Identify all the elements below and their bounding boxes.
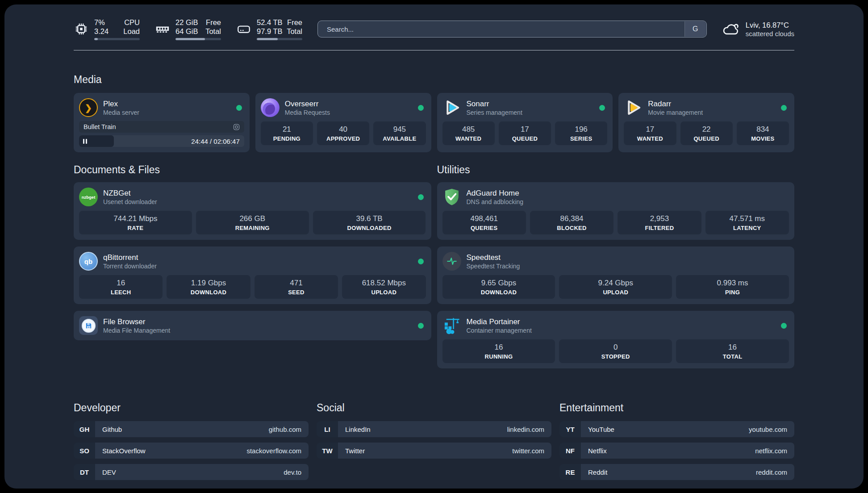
qbittorrent-card[interactable]: qb qBittorrent Torrent downloader 16 LEE… [74,246,431,304]
section-title-entertainment: Entertainment [559,402,794,414]
stat-box: 16 LEECH [79,275,163,299]
developer-column: Developer GH Github github.com SO StackO… [74,375,309,485]
disk-stat: 52.4 TB 97.9 TB Free Total [236,18,302,40]
disk-free-label: Free [287,18,302,27]
link-row[interactable]: LI LinkedIn linkedin.com [317,421,551,437]
stats-row: 744.21 Mbps RATE 266 GB REMAINING 39.6 T… [79,211,426,234]
stat-box: 2,953 FILTERED [618,211,701,234]
speedtest-card[interactable]: Speedtest Speedtest Tracking 9.65 Gbps D… [437,246,795,304]
stat-box: 618.52 Mbps UPLOAD [342,275,426,299]
section-title-utilities: Utilities [437,164,795,176]
stat-label: DOWNLOAD [168,289,248,296]
stat-value: 485 [444,125,493,134]
speedtest-icon [442,252,461,271]
link-url: github.com [269,426,301,433]
plex-card[interactable]: ❯ Plex Media server Bullet Train [74,93,250,152]
stat-value: 945 [375,125,424,134]
link-url: linkedin.com [507,426,544,433]
link-name: LinkedIn [345,426,371,433]
section-title-developer: Developer [74,402,309,414]
stat-label: REMAINING [198,225,307,231]
link-row[interactable]: GH Github github.com [74,421,309,437]
link-row[interactable]: RE Reddit reddit.com [559,464,794,480]
weather-widget: Lviv, 16.87°C scattered clouds [722,21,794,38]
now-playing-row: Bullet Train [79,121,244,133]
pause-icon[interactable] [83,139,87,144]
stat-label: RUNNING [444,353,554,360]
link-row[interactable]: YT YouTube youtube.com [559,421,794,437]
ram-total-value: 64 GiB [175,27,198,36]
link-name: YouTube [588,426,614,433]
link-row[interactable]: NF Netflix netflix.com [559,443,794,459]
radarr-card[interactable]: Radarr Movie management 17 WANTED 22 QUE… [618,93,794,152]
app-name: File Browser [103,317,170,327]
overseerr-card[interactable]: Overseerr Media Requests 21 PENDING 40 A… [255,93,431,152]
stat-value: 22 [682,125,731,134]
stat-box: 16 TOTAL [676,339,789,363]
floppy-icon [85,322,92,330]
search-input[interactable] [317,21,707,38]
link-row[interactable]: DT DEV dev.to [74,464,309,480]
app-description: Container management [467,327,532,334]
weather-condition: scattered clouds [746,30,794,38]
media-grid: ❯ Plex Media server Bullet Train [74,93,794,152]
radarr-icon [624,98,643,117]
stat-value: 40 [319,125,367,134]
app-description: Torrent downloader [103,263,157,270]
cpu-icon [74,21,89,37]
stat-value: 16 [81,279,161,288]
stat-box: 16 RUNNING [442,339,555,363]
link-tag: YT [559,421,581,437]
stat-value: 618.52 Mbps [344,279,424,288]
stat-label: UPLOAD [561,289,670,296]
system-stats: 7% 3.24 CPU Load [74,18,302,40]
stat-value: 2,953 [619,214,699,223]
stat-box: 471 SEED [255,275,338,299]
now-playing-settings-icon[interactable] [233,124,240,130]
stat-box: 17 WANTED [624,121,676,145]
stat-box: 22 QUEUED [680,121,733,145]
stat-label: DOWNLOADED [315,225,424,231]
link-tag: SO [74,443,95,459]
ram-total-label: Total [205,27,221,36]
stat-label: BLOCKED [532,225,612,231]
nzbget-card[interactable]: nzbget NZBGet Usenet downloader 744.21 M… [74,182,431,240]
stat-value: 471 [256,279,336,288]
status-online-dot [236,105,242,111]
now-playing-title: Bullet Train [83,123,116,130]
cpu-stat: 7% 3.24 CPU Load [74,18,140,40]
stat-value: 744.21 Mbps [81,214,190,223]
adguard-card[interactable]: AdGuard Home DNS and adblocking 498,461 … [437,182,795,240]
link-row[interactable]: SO StackOverflow stackoverflow.com [74,443,309,459]
stats-row: 21 PENDING 40 APPROVED 945 AVAILABLE [261,121,426,145]
stat-label: QUEUED [501,135,549,142]
ram-icon [155,21,170,37]
link-url: netflix.com [755,447,787,455]
app-description: Media File Management [103,327,170,334]
app-name: Overseerr [285,99,330,109]
stat-box: 945 AVAILABLE [373,121,426,145]
app-name: qBittorrent [103,253,157,263]
status-online-dot [781,105,787,111]
filebrowser-card[interactable]: File Browser Media File Management [74,311,431,340]
stat-box: 834 MOVIES [737,121,789,145]
stat-label: TOTAL [678,353,787,360]
portainer-card[interactable]: Media Portainer Container management 16 … [437,311,795,368]
app-description: Usenet downloader [103,198,157,205]
stat-label: RATE [81,225,190,231]
link-row[interactable]: TW Twitter twitter.com [317,443,551,459]
disk-total-value: 97.9 TB [257,27,282,36]
sonarr-card[interactable]: Sonarr Series management 485 WANTED 17 Q… [437,93,613,152]
portainer-icon [442,316,461,335]
link-tag: GH [74,421,95,437]
link-name: Twitter [345,447,365,455]
app-name: Radarr [648,99,703,109]
link-url: dev.to [284,468,301,476]
app-description: DNS and adblocking [467,198,524,205]
search-engine-button[interactable]: G [684,21,706,37]
cpu-load-label: Load [123,27,140,36]
link-name: Reddit [588,468,607,476]
stat-box: 40 APPROVED [317,121,369,145]
playback-progress-bar[interactable]: 24:44 / 02:06:47 [79,135,244,147]
stat-label: WANTED [626,135,674,142]
